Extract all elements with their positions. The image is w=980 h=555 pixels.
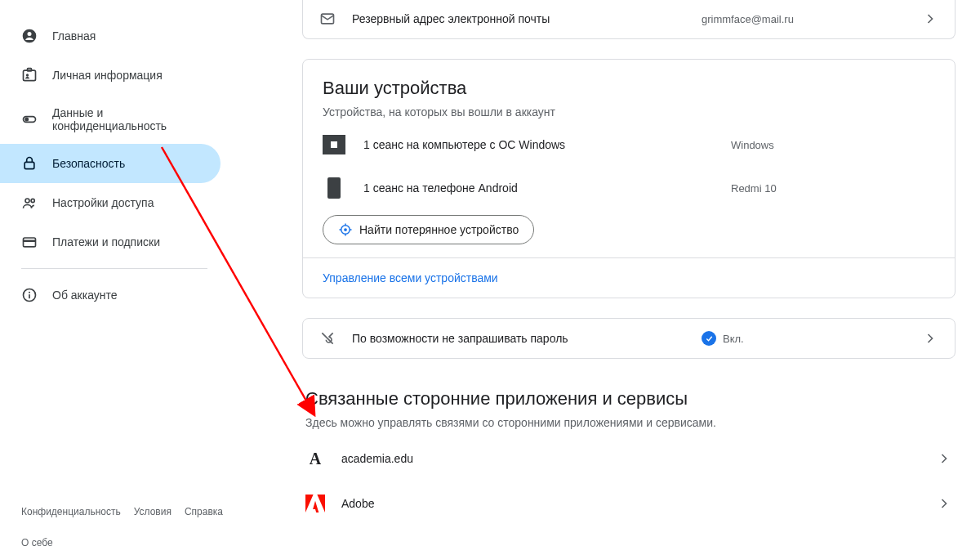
device-label: 1 сеанс на телефоне Android (363, 181, 713, 195)
skip-password-label: По возможности не запрашивать пароль (352, 332, 685, 345)
sidebar-item-payments[interactable]: Платежи и подписки (0, 222, 220, 262)
sidebar-item-security[interactable]: Безопасность (0, 144, 220, 183)
device-row[interactable]: 1 сеанс на телефоне Android Redmi 10 (303, 166, 955, 210)
skip-password-status: Вкл. (702, 331, 906, 346)
device-label: 1 сеанс на компьютере с ОС Windows (363, 138, 713, 151)
id-card-icon (21, 67, 38, 83)
devices-card: Ваши устройства Устройства, на которых в… (302, 59, 956, 298)
third-party-title: Связанные сторонние приложения и сервисы (305, 388, 952, 410)
people-icon (21, 195, 38, 211)
svg-rect-2 (24, 70, 36, 81)
device-name: Redmi 10 (731, 182, 935, 195)
sidebar-item-home[interactable]: Главная (0, 16, 220, 56)
third-party-app-row[interactable]: A academia.edu (302, 436, 956, 481)
sidebar-item-label: Личная информация (52, 69, 163, 82)
find-device-label: Найти потерянное устройство (359, 223, 519, 236)
sidebar-item-label: Главная (52, 29, 96, 43)
third-party-subtitle: Здесь можно управлять связями со сторонн… (305, 416, 952, 429)
adobe-icon (305, 495, 325, 512)
info-icon (21, 287, 38, 303)
footer-privacy-link[interactable]: Конфиденциальность (21, 506, 121, 517)
chevron-right-icon (922, 11, 938, 27)
recovery-email-row[interactable]: Резервный адрес электронной почты grimmf… (303, 0, 955, 38)
svg-point-13 (29, 292, 30, 293)
sidebar-item-sharing[interactable]: Настройки доступа (0, 183, 220, 222)
phone-device-icon (327, 177, 341, 199)
mail-icon (319, 11, 336, 27)
sidebar-item-label: Об аккаунте (52, 289, 118, 302)
svg-point-17 (344, 228, 347, 231)
devices-subtitle: Устройства, на которых вы вошли в аккаун… (323, 105, 935, 119)
third-party-app-row[interactable]: Adobe (302, 481, 956, 526)
svg-rect-3 (28, 69, 32, 71)
svg-rect-14 (29, 294, 30, 298)
footer-help-link[interactable]: Справка (185, 506, 223, 517)
recovery-card: Резервный адрес электронной почты grimmf… (302, 0, 956, 39)
sidebar-item-label: Настройки доступа (52, 196, 154, 209)
svg-point-4 (26, 74, 29, 76)
sidebar-item-about[interactable]: Об аккаунте (0, 275, 220, 315)
find-device-button[interactable]: Найти потерянное устройство (323, 215, 534, 244)
svg-rect-11 (24, 240, 36, 243)
user-circle-icon (21, 28, 38, 44)
target-icon (338, 222, 353, 237)
svg-point-9 (31, 199, 34, 202)
sidebar-divider (21, 268, 207, 269)
main: Резервный адрес электронной почты grimmf… (286, 0, 972, 555)
footer-about-link[interactable]: О себе (21, 537, 53, 548)
sidebar-item-label: Безопасность (52, 157, 125, 170)
manage-devices-link[interactable]: Управление всеми устройствами (303, 257, 955, 298)
skip-password-card: По возможности не запрашивать пароль Вкл… (302, 318, 956, 359)
card-icon (21, 234, 38, 250)
device-name: Windows (731, 139, 935, 151)
lock-icon (21, 155, 38, 172)
sidebar-item-data-privacy[interactable]: Данные и конфиденциальность (0, 95, 220, 144)
recovery-email-value: grimmface@mail.ru (702, 13, 906, 25)
chevron-right-icon (922, 330, 938, 347)
devices-title: Ваши устройства (323, 78, 935, 99)
sidebar-item-label: Данные и конфиденциальность (52, 106, 211, 132)
footer: Конфиденциальность Условия Справка О себ… (0, 506, 229, 555)
app-name: Adobe (341, 497, 920, 510)
svg-rect-10 (24, 238, 36, 247)
svg-point-1 (28, 32, 32, 36)
check-circle-icon (702, 331, 716, 346)
device-row[interactable]: 1 сеанс на компьютере с ОС Windows Windo… (303, 123, 955, 166)
svg-point-8 (25, 199, 29, 203)
chevron-right-icon (936, 495, 952, 512)
academia-icon: A (305, 449, 325, 468)
svg-rect-7 (24, 162, 34, 168)
sidebar-item-label: Платежи и подписки (52, 235, 160, 248)
third-party-section-head: Связанные сторонние приложения и сервисы… (302, 388, 956, 436)
sidebar: Главная Личная информация Данные и конфи… (0, 0, 229, 555)
app-name: academia.edu (341, 452, 920, 465)
skip-password-row[interactable]: По возможности не запрашивать пароль Вкл… (303, 319, 955, 358)
windows-device-icon (323, 135, 345, 154)
chevron-right-icon (936, 450, 952, 467)
recovery-email-label: Резервный адрес электронной почты (352, 12, 685, 25)
toggle-icon (21, 111, 38, 128)
key-off-icon (319, 330, 336, 347)
sidebar-item-personal-info[interactable]: Личная информация (0, 56, 220, 95)
footer-terms-link[interactable]: Условия (134, 506, 172, 517)
svg-point-6 (24, 118, 29, 122)
